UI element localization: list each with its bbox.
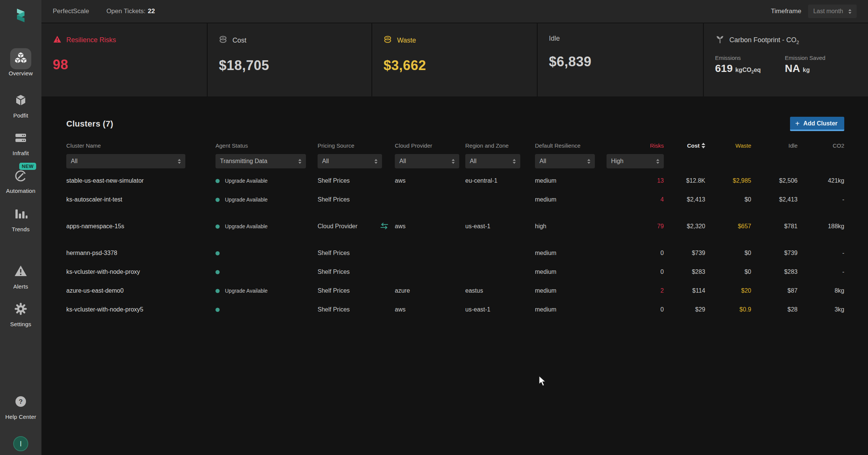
- cell-idle: $2,413: [751, 196, 798, 203]
- chevron-updown-icon: [298, 159, 301, 164]
- table-row[interactable]: ks-vcluster-with-node-proxy Shelf Prices: [66, 263, 844, 281]
- cell-idle: $739: [751, 250, 798, 257]
- sidebar-item-podfit[interactable]: Podfit: [0, 90, 41, 119]
- sidebar-item-help-center[interactable]: ? Help Center: [0, 392, 41, 420]
- cell-default-resilience: medium: [535, 196, 607, 203]
- cell-idle: $28: [751, 306, 798, 313]
- chevron-updown-icon: [374, 159, 377, 164]
- card-idle[interactable]: Idle $6,839: [538, 23, 704, 96]
- open-tickets-value: 22: [148, 8, 155, 15]
- open-tickets-label: Open Tickets:: [106, 8, 145, 15]
- chevron-updown-icon: [178, 159, 181, 164]
- cell-cloud-provider: azure: [395, 287, 465, 294]
- card-label: Resilience Risks: [66, 36, 116, 44]
- cubes-icon: [13, 50, 28, 67]
- cell-cluster-name: azure-us-east-demo0: [66, 287, 215, 294]
- bar-chart-icon: [13, 206, 28, 223]
- coins-icon: [384, 35, 393, 46]
- sidebar-item-automation[interactable]: NEW Automation: [0, 166, 41, 194]
- filter-cloud-provider[interactable]: All: [395, 154, 459, 168]
- gear-icon: [13, 301, 28, 318]
- table-row[interactable]: apps-namespace-15s Upgrade Available Clo…: [66, 209, 844, 244]
- col-header-waste: Waste: [705, 142, 751, 149]
- filter-risks[interactable]: High: [607, 154, 664, 168]
- cell-risks: 79: [607, 223, 664, 230]
- filter-default-resilience[interactable]: All: [535, 154, 595, 168]
- sidebar-item-label: Automation: [0, 188, 41, 194]
- col-header-pricing-source: Pricing Source: [318, 142, 395, 149]
- col-header-cluster-name: Cluster Name: [66, 142, 215, 149]
- cell-agent-status: Upgrade Available: [215, 197, 318, 203]
- kpi-cards: Resilience Risks 98 Cost $18,705: [41, 23, 868, 96]
- filter-region-zone[interactable]: All: [465, 154, 520, 168]
- coins-icon: [219, 35, 228, 46]
- pricing-text: Shelf Prices: [318, 249, 350, 257]
- user-avatar[interactable]: I: [13, 436, 28, 451]
- col-header-cost[interactable]: Cost: [664, 142, 705, 149]
- cell-pricing-source: Shelf Prices: [318, 287, 395, 295]
- emission-saved-value: NA: [785, 63, 800, 75]
- table-row[interactable]: stable-us-east-new-simulator Upgrade Ava…: [66, 171, 844, 190]
- sidebar-item-trends[interactable]: Trends: [0, 204, 41, 232]
- filter-pricing-source[interactable]: All: [318, 154, 382, 168]
- table-row[interactable]: hermann-psd-3378 Shelf Prices: [66, 244, 844, 263]
- status-dot-icon: [215, 270, 220, 274]
- cell-region-zone: eastus: [465, 287, 535, 294]
- status-text: Upgrade Available: [225, 223, 267, 229]
- card-label: Idle: [549, 35, 560, 43]
- table-row[interactable]: ks-autoscaler-int-test Upgrade Available…: [66, 190, 844, 209]
- warning-triangle-icon: [13, 263, 29, 281]
- status-dot-icon: [215, 308, 220, 312]
- cell-cost: $114: [664, 287, 705, 294]
- cell-cluster-name: hermann-psd-3378: [66, 250, 215, 257]
- filter-agent-status[interactable]: Transmitting Data: [215, 154, 306, 168]
- col-header-agent-status: Agent Status: [215, 142, 318, 149]
- sidebar-item-overview[interactable]: Overview: [0, 48, 41, 76]
- card-carbon-footprint[interactable]: Carbon Footprint - CO2 Emissions 619 kgC…: [704, 23, 868, 96]
- perfectscale-logo-icon[interactable]: [12, 7, 29, 26]
- servers-icon: [13, 130, 28, 147]
- table-filter-row: All Transmitting Data All All All All Hi…: [66, 154, 844, 168]
- sidebar-item-label: Settings: [0, 321, 41, 327]
- pricing-text: Shelf Prices: [318, 268, 350, 276]
- cell-waste: $657: [705, 223, 751, 230]
- sidebar-item-label: Overview: [0, 70, 41, 76]
- emission-saved-label: Emission Saved: [785, 55, 825, 61]
- timeframe-select[interactable]: Last month: [808, 5, 857, 18]
- table-row[interactable]: azure-us-east-demo0 Upgrade Available Sh…: [66, 281, 844, 300]
- cell-risks: 4: [607, 196, 664, 203]
- chevron-updown-icon: [452, 159, 455, 164]
- table-row[interactable]: ks-vcluster-with-node-proxy5 Shelf Price…: [66, 300, 844, 319]
- card-waste[interactable]: Waste $3,662: [372, 23, 538, 96]
- cell-co2: 188kg: [798, 223, 844, 230]
- topbar: PerfectScale Open Tickets:22 Timeframe L…: [41, 0, 868, 23]
- sidebar-item-label: Help Center: [0, 414, 41, 420]
- sidebar-item-infrafit[interactable]: Infrafit: [0, 128, 41, 156]
- cell-default-resilience: medium: [535, 287, 607, 294]
- add-cluster-button[interactable]: + Add Cluster: [790, 117, 844, 131]
- pricing-text: Shelf Prices: [318, 287, 350, 295]
- cell-cloud-provider: aws: [395, 177, 465, 184]
- cell-cluster-name: ks-vcluster-with-node-proxy5: [66, 306, 215, 313]
- cell-risks: 13: [607, 177, 664, 184]
- plus-icon: +: [795, 121, 800, 126]
- col-header-default-resilience: Default Resilience: [535, 142, 607, 149]
- svg-text:?: ?: [19, 398, 23, 405]
- emission-saved-block: Emission Saved NA kg: [785, 55, 825, 75]
- sidebar: Overview Podfit: [0, 0, 41, 455]
- card-resilience-risks[interactable]: Resilience Risks 98: [41, 23, 208, 96]
- cell-cluster-name: ks-vcluster-with-node-proxy: [66, 269, 215, 275]
- sidebar-item-alerts[interactable]: Alerts: [0, 261, 41, 290]
- col-header-idle: Idle: [751, 142, 798, 149]
- status-dot-icon: [215, 224, 220, 229]
- cell-waste: $0: [705, 269, 751, 275]
- cell-idle: $781: [751, 223, 798, 230]
- filter-cluster-name[interactable]: All: [66, 154, 185, 168]
- card-cost[interactable]: Cost $18,705: [208, 23, 372, 96]
- sidebar-item-settings[interactable]: Settings: [0, 299, 41, 327]
- pricing-text: Shelf Prices: [318, 306, 350, 313]
- pricing-text: Shelf Prices: [318, 177, 350, 185]
- cell-co2: -: [798, 196, 844, 203]
- cell-waste: $0: [705, 196, 751, 203]
- card-value: $18,705: [219, 58, 360, 73]
